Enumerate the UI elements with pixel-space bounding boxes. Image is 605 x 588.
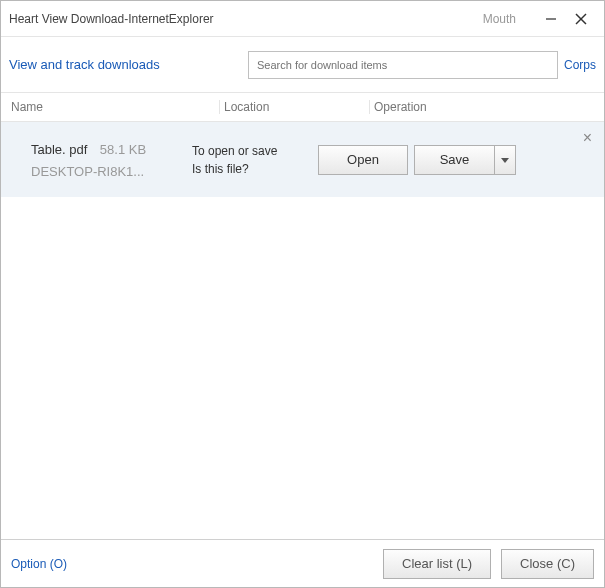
column-headers: Name Location Operation <box>1 92 604 122</box>
column-location[interactable]: Location <box>219 100 369 114</box>
save-button[interactable]: Save <box>414 145 494 175</box>
dismiss-item-button[interactable]: × <box>583 130 592 146</box>
title-bar: Heart View Download-InternetExplorer Mou… <box>1 1 604 37</box>
column-name[interactable]: Name <box>1 100 219 114</box>
footer: Option (O) Clear list (L) Close (C) <box>1 539 604 587</box>
search-input[interactable] <box>248 51 558 79</box>
download-item: × Table. pdf 58.1 KB DESKTOP-RI8K1... To… <box>1 122 604 197</box>
close-button[interactable]: Close (C) <box>501 549 594 579</box>
file-info: Table. pdf 58.1 KB DESKTOP-RI8K1... <box>31 140 176 179</box>
item-actions: Open Save <box>318 145 516 175</box>
window-title: Heart View Download-InternetExplorer <box>9 12 214 26</box>
prompt-line-1: To open or save <box>192 142 302 160</box>
close-window-button[interactable] <box>566 7 596 31</box>
title-bar-right-label: Mouth <box>483 12 516 26</box>
open-save-prompt: To open or save Is this file? <box>192 142 302 178</box>
clear-list-button[interactable]: Clear list (L) <box>383 549 491 579</box>
prompt-line-2: Is this file? <box>192 160 302 178</box>
save-split-button: Save <box>414 145 516 175</box>
file-location: DESKTOP-RI8K1... <box>31 164 176 179</box>
save-dropdown-button[interactable] <box>494 145 516 175</box>
minimize-icon <box>545 13 557 25</box>
open-button[interactable]: Open <box>318 145 408 175</box>
download-list: × Table. pdf 58.1 KB DESKTOP-RI8K1... To… <box>1 122 604 539</box>
close-icon <box>575 13 587 25</box>
page-heading: View and track downloads <box>9 57 160 72</box>
column-operation[interactable]: Operation <box>369 100 604 114</box>
chevron-down-icon <box>501 156 509 164</box>
corps-link[interactable]: Corps <box>564 58 596 72</box>
minimize-button[interactable] <box>536 7 566 31</box>
option-link[interactable]: Option (O) <box>11 557 67 571</box>
file-size: 58.1 KB <box>100 142 146 157</box>
svg-marker-3 <box>501 158 509 163</box>
file-name: Table. pdf <box>31 142 87 157</box>
header-row: View and track downloads Corps <box>1 37 604 92</box>
